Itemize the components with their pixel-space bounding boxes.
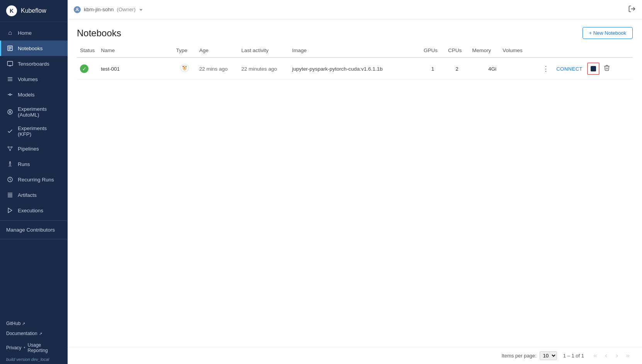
jupyter-icon — [180, 64, 189, 72]
col-type: Type — [173, 44, 196, 58]
sidebar-item-recurring-runs[interactable]: Recurring Runs — [0, 172, 68, 187]
svg-marker-26 — [8, 208, 12, 213]
last-page-button[interactable] — [623, 352, 633, 360]
delete-button[interactable] — [601, 63, 613, 75]
sidebar-item-pipelines[interactable]: Pipelines — [0, 141, 68, 156]
svg-rect-2 — [8, 48, 12, 48]
prev-page-icon — [603, 353, 609, 359]
col-gpus: GPUs — [421, 44, 445, 58]
col-actions — [537, 44, 633, 58]
sidebar-item-label: Artifacts — [18, 192, 37, 198]
sidebar-item-label: Volumes — [18, 76, 38, 82]
build-version: build version dev_local — [6, 357, 61, 362]
sidebar-item-tensorboards[interactable]: Tensorboards — [0, 56, 68, 71]
row-actions: ⋮ CONNECT — [537, 58, 633, 80]
sidebar-item-experiments-automl[interactable]: Experiments (AutoML) — [0, 102, 68, 122]
sidebar-item-runs[interactable]: Runs — [0, 156, 68, 172]
stop-icon — [591, 66, 596, 71]
documentation-link[interactable]: Documentation ↗ — [6, 328, 61, 339]
svg-point-15 — [11, 147, 12, 148]
stop-button[interactable] — [587, 63, 600, 75]
sidebar-item-manage-contributors[interactable]: Manage Contributors — [0, 223, 68, 237]
connect-button[interactable]: CONNECT — [553, 64, 586, 73]
sidebar-item-notebooks[interactable]: Notebooks — [0, 41, 68, 56]
sidebar-item-experiments-kfp[interactable]: Experiments (KFP) — [0, 122, 68, 141]
external-link-icon: ↗ — [39, 332, 42, 336]
col-last-activity: Last activity — [238, 44, 289, 58]
artifacts-icon — [6, 191, 14, 199]
svg-line-19 — [10, 147, 12, 149]
col-status: Status — [77, 44, 98, 58]
sidebar-item-volumes[interactable]: Volumes — [0, 71, 68, 87]
svg-point-13 — [8, 110, 12, 114]
pagination-bar: Items per page: 5 10 25 50 1 – 1 of 1 — [68, 347, 642, 364]
external-link-icon: ↗ — [22, 322, 25, 326]
svg-rect-1 — [8, 47, 12, 47]
row-last-activity: 22 minutes ago — [238, 58, 289, 80]
executions-icon — [6, 207, 14, 214]
col-image: Image — [289, 44, 420, 58]
sidebar-item-label: Home — [18, 30, 32, 36]
sidebar-item-home[interactable]: ⌂ Home — [0, 25, 68, 41]
svg-point-20 — [10, 162, 11, 163]
usage-reporting-link[interactable]: Usage Reporting — [28, 340, 61, 356]
prev-page-button[interactable] — [601, 352, 611, 360]
namespace-icon — [74, 6, 81, 13]
sidebar-item-label: Experiments (AutoML) — [18, 106, 61, 118]
row-age: 22 mins ago — [196, 58, 238, 80]
first-page-icon — [593, 353, 598, 359]
row-type — [173, 58, 196, 80]
logo-icon: K — [6, 5, 17, 16]
row-cpus: 2 — [445, 58, 469, 80]
sidebar-item-models[interactable]: Models — [0, 87, 68, 102]
page-info: 1 – 1 of 1 — [563, 353, 584, 359]
namespace-role: (Owner) — [117, 7, 136, 12]
row-gpus: 1 — [421, 58, 445, 80]
more-options-button[interactable]: ⋮ — [540, 63, 552, 74]
sidebar-divider-1 — [0, 220, 68, 221]
github-link[interactable]: GitHub ↗ — [6, 318, 61, 328]
last-page-icon — [625, 353, 630, 359]
home-icon: ⌂ — [6, 29, 14, 37]
recurring-runs-icon — [6, 176, 14, 183]
experiments-automl-icon — [6, 108, 14, 116]
actions-container: ⋮ CONNECT — [540, 63, 630, 75]
svg-point-31 — [182, 66, 183, 67]
logo-text: Kubeflow — [21, 7, 46, 14]
logout-button[interactable] — [628, 5, 636, 14]
sidebar-item-label: Tensorboards — [18, 61, 49, 67]
next-page-icon — [614, 353, 620, 359]
svg-point-10 — [9, 94, 11, 95]
next-page-button[interactable] — [612, 352, 622, 360]
first-page-button[interactable] — [590, 352, 600, 360]
pipelines-icon — [6, 145, 14, 152]
table-header: Status Name Type Age Last activity Image… — [77, 44, 633, 58]
svg-point-27 — [76, 8, 78, 10]
notebook-type-icon — [180, 66, 189, 74]
svg-rect-3 — [8, 49, 10, 49]
row-name: test-001 — [98, 58, 173, 80]
new-notebook-button[interactable]: + New Notebook — [583, 27, 633, 39]
page-header: Notebooks + New Notebook — [68, 19, 642, 44]
sidebar-item-label: Executions — [18, 208, 43, 213]
experiments-kfp-icon — [6, 127, 14, 135]
row-image: jupyter-pyspark-pytorch-cuda:v1.6.1.1b — [289, 58, 420, 80]
sidebar-item-label: Models — [18, 92, 35, 98]
col-cpus: CPUs — [445, 44, 469, 58]
namespace-dropdown-icon — [139, 7, 143, 12]
sidebar-item-artifacts[interactable]: Artifacts — [0, 187, 68, 203]
notebooks-table-container: Status Name Type Age Last activity Image… — [68, 44, 642, 347]
table-row: ✓ test-001 — [77, 58, 633, 80]
col-volumes: Volumes — [499, 44, 537, 58]
svg-point-30 — [184, 67, 185, 68]
per-page-select[interactable]: 5 10 25 50 — [540, 351, 557, 360]
svg-point-16 — [10, 150, 11, 151]
sidebar-item-label: Pipelines — [18, 146, 39, 152]
privacy-link[interactable]: Privacy — [6, 343, 21, 353]
sidebar-item-executions[interactable]: Executions — [0, 203, 68, 218]
namespace-selector[interactable]: kbm-jin-sohn (Owner) — [74, 6, 143, 13]
trash-icon — [603, 64, 610, 71]
svg-point-32 — [186, 66, 187, 67]
sidebar-footer: GitHub ↗ Documentation ↗ Privacy • Usage… — [0, 315, 68, 364]
app-logo[interactable]: K Kubeflow — [0, 0, 68, 22]
